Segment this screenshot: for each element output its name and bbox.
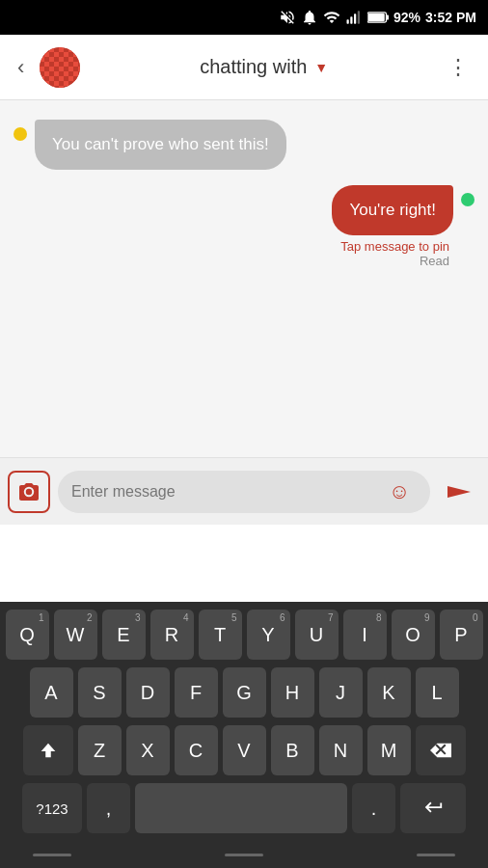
key-R[interactable]: 4 R (150, 610, 194, 660)
camera-button[interactable] (8, 471, 50, 513)
key-period[interactable]: . (352, 783, 395, 833)
back-button[interactable]: ‹ (10, 47, 32, 88)
key-Z[interactable]: Z (78, 725, 122, 775)
status-icons: 92% 3:52 PM (279, 9, 476, 26)
keyboard-row-3: Z X C V B N M (4, 725, 484, 775)
chat-area: You can't prove who sent this! You're ri… (0, 100, 488, 457)
bottom-indicator-right (417, 854, 455, 856)
avatar[interactable] (40, 47, 80, 88)
outgoing-message-row: You're right! (332, 185, 474, 235)
key-D[interactable]: D (126, 667, 170, 718)
key-A[interactable]: A (30, 667, 73, 718)
key-Q[interactable]: 1 Q (6, 610, 49, 660)
key-L[interactable]: L (416, 667, 459, 718)
mute-icon (279, 9, 296, 26)
alarm-icon (301, 9, 318, 26)
wifi-icon (323, 9, 340, 26)
keyboard: 1 Q 2 W 3 E 4 R 5 T 6 Y 7 U 8 I (0, 602, 488, 868)
chatting-with-label: chatting with (200, 56, 307, 78)
svg-rect-5 (368, 14, 385, 21)
svg-marker-7 (447, 486, 471, 498)
battery-percent: 92% (393, 10, 420, 25)
more-button[interactable]: ⋮ (440, 47, 478, 88)
bottom-indicator-left (33, 854, 71, 856)
outgoing-bubble[interactable]: You're right! (332, 185, 453, 235)
svg-rect-3 (358, 11, 360, 24)
key-N[interactable]: N (319, 725, 363, 775)
tap-to-pin-label[interactable]: Tap message to pin (340, 239, 449, 254)
key-123[interactable]: ?123 (22, 783, 82, 833)
keyboard-row-4: ?123 , . (4, 783, 484, 833)
enter-icon (420, 798, 446, 819)
key-F[interactable]: F (175, 667, 218, 718)
dropdown-arrow-icon[interactable]: ▼ (314, 60, 328, 75)
send-arrow-icon (442, 475, 476, 509)
svg-rect-6 (387, 14, 390, 19)
bottom-indicator-center (225, 854, 263, 856)
message-meta: Tap message to pin Read (340, 239, 449, 268)
key-G[interactable]: G (223, 667, 266, 718)
key-E[interactable]: 3 E (102, 610, 146, 660)
input-area: ☺ (0, 457, 488, 525)
key-B[interactable]: B (271, 725, 314, 775)
svg-rect-2 (354, 14, 356, 24)
key-Y[interactable]: 6 Y (247, 610, 290, 660)
key-comma[interactable]: , (87, 783, 130, 833)
key-P[interactable]: 0 P (440, 610, 483, 660)
key-V[interactable]: V (223, 725, 266, 775)
svg-rect-0 (347, 19, 349, 24)
key-H[interactable]: H (271, 667, 314, 718)
key-space[interactable] (135, 783, 347, 833)
incoming-message-row: You can't prove who sent this! (14, 120, 474, 170)
key-K[interactable]: K (367, 667, 411, 718)
key-backspace[interactable] (416, 725, 466, 775)
key-U[interactable]: 7 U (295, 610, 339, 660)
outgoing-online-dot (461, 193, 474, 206)
battery-icon (367, 11, 389, 24)
emoji-button[interactable]: ☺ (382, 475, 417, 509)
incoming-bubble[interactable]: You can't prove who sent this! (35, 120, 286, 170)
key-S[interactable]: S (78, 667, 122, 718)
status-bar: 92% 3:52 PM (0, 0, 488, 35)
key-M[interactable]: M (367, 725, 411, 775)
key-W[interactable]: 2 W (54, 610, 97, 660)
backspace-icon (428, 740, 453, 761)
key-enter[interactable] (400, 783, 466, 833)
incoming-online-dot (14, 127, 27, 141)
message-input[interactable] (71, 483, 382, 501)
time: 3:52 PM (425, 10, 476, 25)
send-button[interactable] (438, 471, 480, 513)
header: ‹ chatting with ▼ ⋮ (0, 35, 488, 100)
keyboard-row-1: 1 Q 2 W 3 E 4 R 5 T 6 Y 7 U 8 I (4, 610, 484, 660)
key-X[interactable]: X (126, 725, 170, 775)
keyboard-row-2: A S D F G H J K L (4, 667, 484, 718)
header-title: chatting with ▼ (88, 56, 440, 78)
read-status: Read (420, 254, 449, 268)
message-input-wrapper[interactable]: ☺ (58, 471, 430, 513)
key-T[interactable]: 5 T (199, 610, 242, 660)
key-I[interactable]: 8 I (343, 610, 387, 660)
keyboard-bottom-bar (4, 841, 484, 868)
key-O[interactable]: 9 O (392, 610, 435, 660)
shift-icon (38, 740, 59, 761)
camera-icon (17, 480, 41, 503)
key-shift[interactable] (23, 725, 73, 775)
key-J[interactable]: J (319, 667, 363, 718)
key-C[interactable]: C (175, 725, 218, 775)
svg-rect-1 (350, 16, 352, 24)
signal-icon (345, 9, 363, 26)
